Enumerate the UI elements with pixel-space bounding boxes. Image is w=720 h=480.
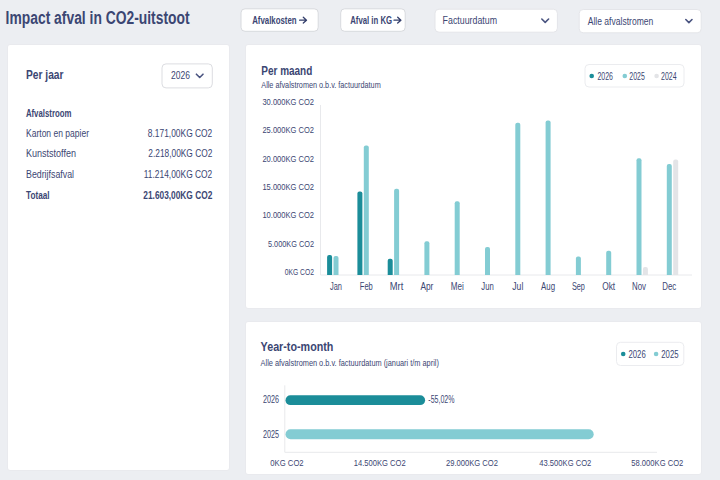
- svg-text:Dec: Dec: [662, 281, 676, 292]
- svg-text:Sep: Sep: [572, 281, 585, 292]
- svg-text:Jul: Jul: [512, 281, 523, 292]
- svg-text:30.000KG CO2: 30.000KG CO2: [262, 97, 314, 107]
- svg-text:20.000KG CO2: 20.000KG CO2: [262, 154, 314, 164]
- svg-text:Jan: Jan: [330, 281, 342, 292]
- svg-text:Year-to-month: Year-to-month: [261, 339, 334, 354]
- svg-text:Aug: Aug: [541, 281, 555, 292]
- svg-text:2026: 2026: [629, 349, 647, 360]
- svg-text:-55,02%: -55,02%: [428, 394, 454, 405]
- svg-text:Nov: Nov: [632, 281, 646, 292]
- svg-text:Factuurdatum: Factuurdatum: [443, 14, 498, 26]
- svg-text:58.000KG CO2: 58.000KG CO2: [631, 458, 683, 468]
- svg-text:Karton en papier: Karton en papier: [26, 127, 89, 139]
- svg-text:2026: 2026: [263, 394, 279, 405]
- svg-text:Kunststoffen: Kunststoffen: [26, 147, 76, 159]
- svg-text:0KG CO2: 0KG CO2: [270, 458, 303, 468]
- svg-text:2026: 2026: [598, 71, 614, 82]
- svg-text:Afval in KG: Afval in KG: [350, 15, 392, 26]
- svg-text:43.500KG CO2: 43.500KG CO2: [539, 458, 591, 468]
- svg-text:Feb: Feb: [360, 281, 373, 292]
- svg-text:Per maand: Per maand: [261, 63, 312, 78]
- svg-text:Afvalkosten: Afvalkosten: [252, 15, 296, 26]
- svg-text:Jun: Jun: [481, 281, 494, 292]
- svg-text:0KG CO2: 0KG CO2: [285, 267, 314, 277]
- svg-text:Apr: Apr: [420, 281, 434, 292]
- svg-text:2.218,00KG CO2: 2.218,00KG CO2: [148, 147, 212, 159]
- svg-text:11.214,00KG CO2: 11.214,00KG CO2: [144, 168, 213, 180]
- svg-text:29.000KG CO2: 29.000KG CO2: [446, 458, 498, 468]
- svg-text:Totaal: Totaal: [26, 189, 50, 201]
- svg-text:Alle afvalstromen o.b.v. factu: Alle afvalstromen o.b.v. factuurdatum: [261, 80, 380, 90]
- svg-text:Mrt: Mrt: [390, 281, 404, 292]
- svg-text:Impact afval in CO2-uitstoot: Impact afval in CO2-uitstoot: [6, 8, 190, 28]
- svg-text:15.000KG CO2: 15.000KG CO2: [262, 182, 314, 192]
- svg-text:2026: 2026: [171, 69, 190, 81]
- svg-text:2024: 2024: [661, 71, 677, 82]
- svg-text:Okt: Okt: [602, 281, 615, 292]
- svg-text:21.603,00KG CO2: 21.603,00KG CO2: [143, 189, 212, 201]
- svg-text:5.000KG CO2: 5.000KG CO2: [268, 239, 314, 249]
- svg-text:Alle afvalstromen o.b.v. factu: Alle afvalstromen o.b.v. factuurdatum (j…: [261, 358, 439, 368]
- svg-text:10.000KG CO2: 10.000KG CO2: [262, 210, 314, 220]
- svg-text:25.000KG CO2: 25.000KG CO2: [262, 125, 314, 135]
- svg-text:Mei: Mei: [451, 281, 464, 292]
- svg-text:2025: 2025: [629, 71, 645, 82]
- svg-text:14.500KG CO2: 14.500KG CO2: [354, 458, 406, 468]
- svg-text:Alle afvalstromen: Alle afvalstromen: [588, 15, 654, 27]
- svg-text:Per jaar: Per jaar: [26, 68, 64, 82]
- svg-text:Afvalstroom: Afvalstroom: [26, 107, 72, 119]
- svg-text:2025: 2025: [263, 429, 279, 440]
- svg-text:8.171,00KG CO2: 8.171,00KG CO2: [148, 127, 213, 139]
- svg-text:2025: 2025: [661, 349, 679, 360]
- svg-text:Bedrijfsafval: Bedrijfsafval: [26, 168, 74, 180]
